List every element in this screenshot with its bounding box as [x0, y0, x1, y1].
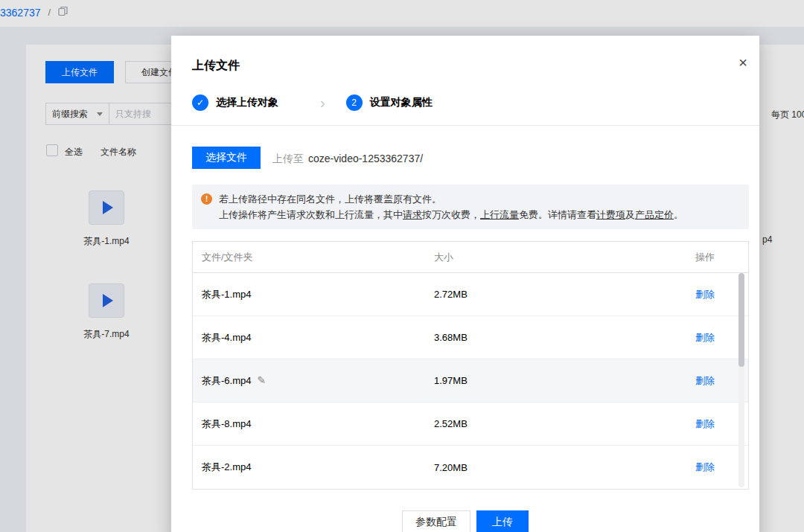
billing-items-link[interactable]: 计费项: [596, 209, 625, 220]
column-header-action: 操作: [663, 251, 715, 264]
table-header-row: 文件/文件夹 大小 操作: [193, 242, 748, 273]
request-pricing-link[interactable]: 请求: [403, 209, 422, 220]
file-name: 茶具-2.mp4: [202, 461, 434, 474]
upload-dialog: 上传文件 × ✓ 选择上传对象 › 2 设置对象属性 选择文件 上传至 coze…: [171, 36, 759, 532]
file-size: 7.20MB: [434, 462, 663, 473]
table-row: 茶具-8.mp4 2.52MB 删除: [193, 403, 748, 446]
file-name: 茶具-1.mp4: [202, 288, 434, 301]
table-row: 茶具-2.mp4 7.20MB 删除: [193, 446, 748, 489]
file-name: 茶具-8.mp4: [202, 417, 434, 431]
delete-link[interactable]: 删除: [695, 332, 715, 343]
delete-link[interactable]: 删除: [695, 289, 715, 300]
delete-link[interactable]: 删除: [695, 418, 715, 429]
notice-text: 免费。详情请查看: [519, 209, 596, 220]
upload-notice: ! 若上传路径中存在同名文件，上传将覆盖原有文件。 上传操作将产生请求次数和上行…: [192, 185, 749, 229]
close-icon[interactable]: ×: [738, 55, 747, 70]
notice-text: 上传操作将产生请求次数和上行流量，其中: [219, 209, 403, 220]
delete-link[interactable]: 删除: [695, 375, 715, 386]
file-size: 3.68MB: [434, 332, 663, 343]
table-row: 茶具-6.mp4✎ 1.97MB 删除: [193, 359, 748, 403]
notice-line2: 上传操作将产生请求次数和上行流量，其中请求按万次收费，上行流量免费。详情请查看计…: [219, 207, 740, 222]
file-name: 茶具-4.mp4: [202, 331, 434, 344]
upload-to-label: 上传至: [272, 153, 304, 166]
params-config-button[interactable]: 参数配置: [402, 510, 470, 532]
step1-label: 选择上传对象: [216, 96, 278, 109]
step1-check-icon: ✓: [192, 94, 208, 111]
file-size: 2.52MB: [434, 418, 663, 429]
step-arrow-icon: ›: [320, 95, 325, 110]
column-header-size: 大小: [434, 251, 663, 264]
file-size: 1.97MB: [434, 375, 663, 386]
step2-number: 2: [346, 94, 363, 111]
header-divider: [171, 125, 759, 126]
upload-file-table: 文件/文件夹 大小 操作 茶具-1.mp4 2.72MB 删除 茶具-4.mp4…: [192, 241, 749, 490]
table-row: 茶具-4.mp4 3.68MB 删除: [193, 316, 748, 359]
product-pricing-link[interactable]: 产品定价: [635, 209, 674, 220]
table-row: 茶具-1.mp4 2.72MB 删除: [193, 273, 748, 316]
notice-text: 及: [625, 209, 635, 220]
step-indicator: ✓ 选择上传对象 › 2 设置对象属性: [192, 94, 433, 111]
table-scrollbar[interactable]: [738, 273, 744, 487]
column-header-file: 文件/文件夹: [202, 251, 434, 264]
notice-line1: 若上传路径中存在同名文件，上传将覆盖原有文件。: [219, 191, 740, 207]
notice-text: 按万次收费，: [422, 209, 480, 220]
upload-destination-path: coze-video-1253362737/: [308, 153, 423, 164]
dialog-footer: 参数配置 上传: [402, 510, 529, 532]
step2-label: 设置对象属性: [370, 96, 433, 109]
file-name: 茶具-6.mp4✎: [202, 374, 434, 388]
scrollbar-thumb[interactable]: [738, 273, 744, 367]
notice-text: 。: [674, 209, 683, 220]
select-file-button[interactable]: 选择文件: [192, 147, 261, 169]
upstream-traffic-link[interactable]: 上行流量: [480, 209, 519, 220]
screen: 3362737 / 上传文件 创建文件 前缀搜索 每页 100 全选 文件名称 …: [0, 0, 804, 532]
dialog-title: 上传文件: [192, 58, 240, 74]
edit-icon[interactable]: ✎: [257, 374, 266, 386]
upload-button[interactable]: 上传: [476, 510, 529, 532]
delete-link[interactable]: 删除: [695, 461, 715, 472]
info-icon: !: [201, 193, 212, 205]
file-size: 2.72MB: [434, 289, 663, 300]
